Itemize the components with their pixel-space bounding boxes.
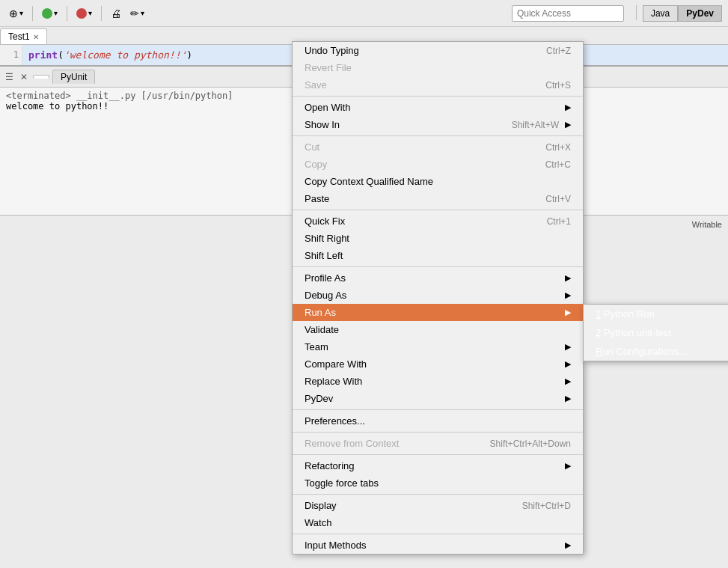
arrow-icon: ▶ xyxy=(565,290,571,300)
toolbar-sep-4 xyxy=(636,5,637,20)
perspective-buttons: Java PyDev xyxy=(630,5,722,22)
menu-item-shift-left[interactable]: Shift Left xyxy=(293,247,583,264)
separator-9 xyxy=(293,534,583,534)
menu-item-shift-right[interactable]: Shift Right xyxy=(293,230,583,247)
console-tab-main[interactable] xyxy=(33,75,49,79)
arrow-icon: ▶ xyxy=(565,103,571,112)
arrow-icon: ▶ xyxy=(565,540,571,550)
separator-2 xyxy=(293,135,583,136)
arrow-icon: ▶ xyxy=(565,308,571,317)
arrow-icon: ▶ xyxy=(565,120,571,129)
menu-item-team[interactable]: Team ▶ xyxy=(293,338,583,355)
menu-item-validate[interactable]: Validate xyxy=(293,321,583,338)
menu-item-copy: Copy Ctrl+C xyxy=(293,156,583,173)
menu-item-paste[interactable]: Paste Ctrl+V xyxy=(293,190,583,207)
menu-item-watch[interactable]: Watch xyxy=(293,514,583,531)
line-number-1: 1 xyxy=(3,49,19,60)
toolbar-icons: ⊕ ▾ ▾ ▾ 🖨 ✏ ▾ xyxy=(6,6,512,21)
menu-item-undo-typing[interactable]: Undo Typing Ctrl+Z xyxy=(293,42,583,59)
menu-item-preferences[interactable]: Preferences... xyxy=(293,412,583,430)
code-string: 'welcome to python!!' xyxy=(64,49,186,61)
menu-item-replace-with[interactable]: Replace With ▶ xyxy=(293,373,583,390)
toolbar-sep-3 xyxy=(101,6,102,21)
code-print-keyword: print xyxy=(28,49,58,61)
menu-item-toggle-force-tabs[interactable]: Toggle force tabs xyxy=(293,474,583,492)
run-as-submenu: 1 Python Run 2 Python unit-test Run Conf… xyxy=(583,304,728,361)
arrow-icon: ▶ xyxy=(565,376,571,386)
separator-6 xyxy=(293,432,583,433)
separator-5 xyxy=(293,409,583,410)
quick-access-input[interactable] xyxy=(512,5,624,22)
line-numbers: 1 xyxy=(0,45,22,65)
submenu-item-run-configurations[interactable]: Run Configurations... xyxy=(584,342,728,361)
menu-item-input-methods[interactable]: Input Methods ▶ xyxy=(293,537,583,554)
arrow-icon: ▶ xyxy=(565,359,571,369)
toolbar-btn-1[interactable]: ⊕ ▾ xyxy=(6,6,26,21)
top-toolbar: ⊕ ▾ ▾ ▾ 🖨 ✏ ▾ Java PyDev xyxy=(0,0,728,27)
menu-item-pydev[interactable]: PyDev ▶ xyxy=(293,390,583,407)
console-tab-pyunit[interactable]: PyUnit xyxy=(52,70,95,84)
menu-item-profile-as[interactable]: Profile As ▶ xyxy=(293,269,583,287)
toolbar-sep-2 xyxy=(67,6,67,21)
code-paren-open: ( xyxy=(58,49,64,61)
toolbar-btn-print[interactable]: 🖨 xyxy=(108,6,124,21)
menu-item-quick-fix[interactable]: Quick Fix Ctrl+1 xyxy=(293,213,583,230)
code-paren-close: ) xyxy=(186,49,192,61)
arrow-icon: ▶ xyxy=(565,273,571,283)
tab-close-icon[interactable]: ✕ xyxy=(33,33,39,41)
menu-item-revert-file: Revert File xyxy=(293,59,583,76)
toolbar-btn-edit[interactable]: ✏ ▾ xyxy=(127,6,147,21)
pydev-perspective-button[interactable]: PyDev xyxy=(678,5,722,22)
toolbar-btn-3[interactable]: ▾ xyxy=(73,7,95,20)
separator-3 xyxy=(293,210,583,210)
tab-label: Test1 xyxy=(8,31,30,42)
menu-item-save: Save Ctrl+S xyxy=(293,76,583,94)
menu-item-compare-with[interactable]: Compare With ▶ xyxy=(293,355,583,373)
menu-item-copy-context[interactable]: Copy Context Qualified Name xyxy=(293,173,583,190)
submenu-item-python-run[interactable]: 1 Python Run xyxy=(584,305,728,323)
toolbar-sep-1 xyxy=(32,6,33,21)
separator-1 xyxy=(293,96,583,97)
context-menu: Undo Typing Ctrl+Z Revert File Save Ctrl… xyxy=(292,41,584,555)
menu-item-run-as[interactable]: Run As ▶ 1 Python Run 2 Python unit-test… xyxy=(293,304,583,321)
submenu-item-python-unittest[interactable]: 2 Python unit-test xyxy=(584,323,728,342)
toolbar-btn-2[interactable]: ▾ xyxy=(39,7,61,20)
menu-item-open-with[interactable]: Open With ▶ xyxy=(293,99,583,116)
menu-item-show-in[interactable]: Show In Shift+Alt+W ▶ xyxy=(293,116,583,133)
console-icon-1[interactable]: ☰ xyxy=(3,71,15,83)
separator-8 xyxy=(293,494,583,495)
editor-tab-test1[interactable]: Test1 ✕ xyxy=(0,28,47,44)
menu-item-remove-context: Remove from Context Shift+Ctrl+Alt+Down xyxy=(293,435,583,452)
arrow-icon: ▶ xyxy=(565,394,571,403)
arrow-icon: ▶ xyxy=(565,342,571,352)
menu-item-display[interactable]: Display Shift+Ctrl+D xyxy=(293,497,583,514)
arrow-icon: ▶ xyxy=(565,461,571,471)
menu-item-refactoring[interactable]: Refactoring ▶ xyxy=(293,457,583,474)
menu-item-debug-as[interactable]: Debug As ▶ xyxy=(293,287,583,304)
separator-7 xyxy=(293,454,583,455)
console-icon-x[interactable]: ✕ xyxy=(18,71,30,83)
java-perspective-button[interactable]: Java xyxy=(643,5,678,22)
menu-item-cut: Cut Ctrl+X xyxy=(293,138,583,156)
writable-status: Writable xyxy=(692,220,722,229)
separator-4 xyxy=(293,266,583,267)
